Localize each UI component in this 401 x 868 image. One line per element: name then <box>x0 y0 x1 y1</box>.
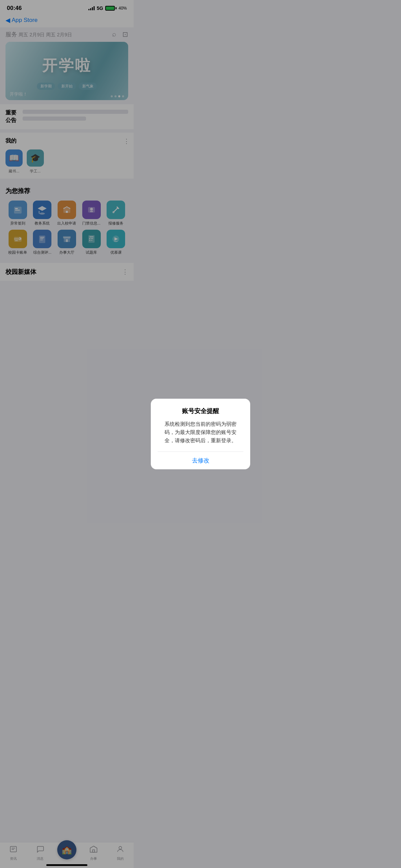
modal-overlay: 账号安全提醒 系统检测到您当前的密码为弱密码，为最大限度保障您的账号安全，请修改… <box>0 0 134 308</box>
